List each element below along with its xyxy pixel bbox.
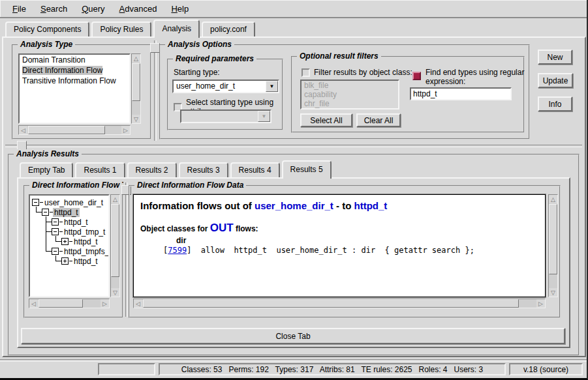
flow-data-frame: Direct Information Flow Data Information… <box>129 185 561 318</box>
menu-help[interactable]: Help <box>164 3 196 15</box>
scroll-up-arrow[interactable]: △ <box>111 195 119 203</box>
scroll-up-arrow[interactable]: △ <box>549 195 557 203</box>
tree-expander-plus[interactable] <box>61 237 72 246</box>
results-pane-sash <box>125 183 128 317</box>
apol-window: File Search Query Advanced Help Policy C… <box>0 0 588 380</box>
tree-expander-minus[interactable] <box>31 197 43 207</box>
new-button[interactable]: New <box>538 50 572 65</box>
status-stats-panel: Classes: 53 Perms: 192 Types: 317 Attrib… <box>159 363 506 375</box>
analysis-type-vscrollbar[interactable]: △ ▽ <box>131 53 141 124</box>
tree-expander-minus[interactable] <box>51 246 63 256</box>
scroll-thumb[interactable] <box>28 126 105 134</box>
flow-data-textarea[interactable]: Information flows out of user_home_dir_t… <box>133 194 546 297</box>
flow-tree-frame: Direct Information Flow T user_home_dir_… <box>23 185 123 318</box>
analysis-type-hscrollbar[interactable]: ◁ ▷ <box>18 125 131 135</box>
scroll-down-arrow[interactable]: ▽ <box>111 288 119 297</box>
tree-expander-minus[interactable] <box>51 217 63 227</box>
list-item[interactable]: Direct Information Flow <box>20 65 129 76</box>
scroll-left-arrow[interactable]: ◁ <box>29 299 38 308</box>
top-pane-sash <box>154 40 157 141</box>
list-item[interactable]: Transitive Information Flow <box>20 76 129 86</box>
tree-row: httpd_t <box>31 256 108 266</box>
flow-data-hscrollbar[interactable]: ◁ ▷ <box>133 299 546 308</box>
menu-file[interactable]: File <box>5 3 33 15</box>
scroll-thumb[interactable] <box>111 204 119 277</box>
regex-checkbox-label[interactable]: Find end types using regular expression: <box>426 68 525 86</box>
tab-results-5[interactable]: Results 5 <box>282 160 332 179</box>
clear-all-button[interactable]: Clear All <box>356 113 401 127</box>
tab-policy-components[interactable]: Policy Components <box>5 22 89 37</box>
main-tab-bar: Policy Components Policy Rules Analysis … <box>5 21 257 38</box>
tree-node-label[interactable]: httpd_tmpfs_t <box>63 247 110 256</box>
combo-dropdown-arrow-disabled: ▼ <box>258 111 270 122</box>
flow-tree-hscrollbar[interactable]: ◁ ▷ <box>29 299 110 308</box>
rule-number-link[interactable]: 7599 <box>168 246 187 255</box>
close-tab-button[interactable]: Close Tab <box>21 328 565 344</box>
tab-results-3[interactable]: Results 3 <box>179 162 228 177</box>
scroll-down-arrow[interactable]: ▽ <box>132 115 140 123</box>
tab-analysis[interactable]: Analysis <box>153 20 200 38</box>
status-version-text: v.18 (source) <box>523 365 568 374</box>
object-class-checkbox-row: Filter results by object class: <box>302 68 412 77</box>
tab-results-4[interactable]: Results 4 <box>230 162 280 177</box>
attrib-combobox-value <box>181 111 258 122</box>
status-version-panel: v.18 (source) <box>509 363 583 375</box>
scroll-down-arrow[interactable]: ▽ <box>549 288 557 297</box>
scroll-thumb[interactable] <box>143 299 519 308</box>
menu-advanced[interactable]: Advanced <box>112 3 164 15</box>
tree-node-label[interactable]: user_home_dir_t <box>43 198 104 207</box>
flow-tree-canvas[interactable]: user_home_dir_t httpd_t httpd_t httpd_tm… <box>29 194 110 297</box>
tree-row: httpd_t <box>31 237 108 246</box>
flow-heading: Information flows out of user_home_dir_t… <box>140 200 538 211</box>
starting-type-value: user_home_dir_t <box>174 81 266 92</box>
scroll-thumb[interactable] <box>549 204 557 274</box>
optional-filters-title: Optional result filters <box>297 51 381 61</box>
tab-policy-rules[interactable]: Policy Rules <box>91 22 151 37</box>
tab-empty[interactable]: Empty Tab <box>20 162 73 177</box>
tree-expander-minus[interactable] <box>51 227 63 237</box>
tree-node-label[interactable]: httpd_tmp_t <box>63 227 106 237</box>
update-button[interactable]: Update <box>538 73 573 88</box>
tree-expander-minus[interactable] <box>41 207 53 217</box>
status-stats-text: Classes: 53 Perms: 192 Types: 317 Attrib… <box>181 365 483 374</box>
tab-results-2[interactable]: Results 2 <box>127 162 177 177</box>
flow-tree-vscrollbar[interactable]: △ ▽ <box>110 194 120 297</box>
info-button[interactable]: Info <box>538 96 572 111</box>
flow-tree-title: Direct Information Flow T <box>29 181 123 190</box>
scroll-up-arrow[interactable]: △ <box>132 54 140 63</box>
tab-results-1[interactable]: Results 1 <box>75 162 125 177</box>
object-class-checkbox-label[interactable]: Filter results by object class: <box>314 68 412 77</box>
menu-search[interactable]: Search <box>33 3 74 15</box>
flow-data-vscrollbar[interactable]: △ ▽ <box>548 194 558 297</box>
tree-node-label-selected[interactable]: httpd_t <box>53 208 80 217</box>
menu-bar: File Search Query Advanced Help <box>0 0 588 18</box>
scroll-right-arrow[interactable]: ▷ <box>536 299 545 308</box>
list-item[interactable]: Domain Transition <box>20 55 129 65</box>
scroll-left-arrow[interactable]: ◁ <box>134 299 142 308</box>
tree-row: httpd_t <box>31 217 108 227</box>
top-pane-sash-handle[interactable] <box>150 43 160 53</box>
scroll-right-arrow[interactable]: ▷ <box>121 126 130 134</box>
regex-input[interactable] <box>410 87 512 100</box>
scroll-right-arrow[interactable]: ▷ <box>101 299 109 308</box>
combo-dropdown-arrow[interactable]: ▼ <box>266 81 278 92</box>
optional-filters-frame: Optional result filters Filter results b… <box>291 56 525 133</box>
tree-expander-plus[interactable] <box>61 256 72 266</box>
tree-node-label[interactable]: httpd_t <box>63 218 89 227</box>
analysis-type-listbox[interactable]: Domain Transition Direct Information Flo… <box>18 53 131 124</box>
starting-type-combobox[interactable]: user_home_dir_t ▼ <box>172 80 279 93</box>
select-all-button[interactable]: Select All <box>300 113 352 127</box>
scroll-left-arrow[interactable]: ◁ <box>19 126 27 134</box>
regex-checkbox[interactable] <box>412 72 421 80</box>
tab-policy-conf[interactable]: policy.conf <box>202 22 255 37</box>
tree-node-label[interactable]: httpd_t <box>72 237 99 246</box>
tree-node-label[interactable]: httpd_t <box>72 257 99 266</box>
flow-subheading: Object classes for OUT flows: <box>140 222 538 235</box>
analysis-results-title: Analysis Results <box>14 149 82 158</box>
regex-checkbox-row: Find end types using regular expression: <box>412 68 525 86</box>
scroll-thumb[interactable] <box>39 299 83 308</box>
menu-query[interactable]: Query <box>74 3 112 15</box>
scroll-thumb[interactable] <box>132 63 140 101</box>
tree-row: httpd_tmp_t <box>31 227 108 237</box>
object-class-checkbox[interactable] <box>302 68 310 77</box>
